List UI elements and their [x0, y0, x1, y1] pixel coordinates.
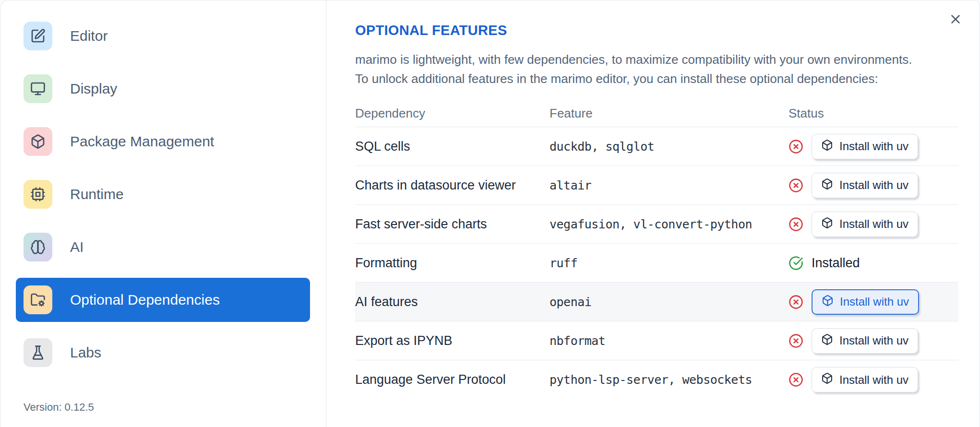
- install-with-uv-button[interactable]: Install with uv: [812, 367, 918, 392]
- dependency-cell: AI features: [355, 295, 550, 309]
- dependency-cell: Fast server-side charts: [355, 217, 550, 232]
- square-pen-icon: [24, 22, 52, 50]
- sidebar-item-label: Labs: [70, 344, 101, 361]
- panel-description: marimo is lightweight, with few dependen…: [355, 50, 980, 88]
- install-button-label: Install with uv: [839, 373, 908, 387]
- status-cell: Install with uv: [789, 289, 958, 315]
- box-icon: [821, 139, 833, 154]
- dependency-cell: Language Server Protocol: [355, 372, 550, 387]
- settings-dialog: EditorDisplayPackage ManagementRuntimeAI…: [0, 0, 980, 427]
- sidebar-item-label: Display: [70, 81, 117, 97]
- monitor-icon: [24, 74, 52, 103]
- not-installed-icon: [789, 178, 803, 193]
- status-cell: Install with uv: [789, 212, 958, 237]
- sidebar-item-package-management[interactable]: Package Management: [16, 119, 310, 164]
- box-icon: [821, 217, 833, 232]
- sidebar-item-runtime[interactable]: Runtime: [16, 172, 310, 216]
- table-row: SQL cellsduckdb, sqlglotInstall with uv: [355, 127, 958, 166]
- status-cell: Install with uv: [789, 173, 958, 198]
- sidebar-item-labs[interactable]: Labs: [16, 331, 310, 375]
- not-installed-icon: [789, 139, 803, 154]
- dependencies-table: Dependency Feature Status SQL cellsduckd…: [355, 100, 958, 399]
- install-with-uv-button[interactable]: Install with uv: [812, 134, 918, 159]
- close-button[interactable]: [948, 12, 963, 27]
- sidebar-item-ai[interactable]: AI: [16, 225, 310, 269]
- table-row: Export as IPYNBnbformatInstall with uv: [355, 321, 958, 360]
- folder-cog-icon: [24, 285, 52, 314]
- table-row: Language Server Protocolpython-lsp-serve…: [355, 360, 958, 399]
- version-label: Version: 0.12.5: [24, 401, 94, 414]
- description-line: To unlock additional features in the mar…: [355, 69, 980, 88]
- dependency-cell: Formatting: [355, 256, 550, 271]
- sidebar-item-label: AI: [70, 239, 84, 255]
- page-title: OPTIONAL FEATURES: [355, 23, 980, 38]
- sidebar-nav: EditorDisplayPackage ManagementRuntimeAI…: [0, 0, 326, 375]
- feature-cell: openai: [550, 295, 789, 309]
- sidebar-item-label: Package Management: [70, 133, 214, 150]
- feature-cell: python-lsp-server, websockets: [550, 373, 789, 387]
- install-button-label: Install with uv: [839, 140, 908, 153]
- box-icon: [821, 333, 833, 348]
- feature-cell: vegafusion, vl-convert-python: [550, 217, 789, 231]
- sidebar-item-label: Editor: [70, 28, 108, 44]
- cpu-icon: [24, 180, 52, 209]
- table-header-row: Dependency Feature Status: [355, 100, 958, 127]
- description-line: marimo is lightweight, with few dependen…: [355, 50, 980, 69]
- dependency-cell: Export as IPYNB: [355, 333, 550, 348]
- install-with-uv-button[interactable]: Install with uv: [812, 328, 918, 354]
- not-installed-icon: [789, 333, 803, 348]
- install-button-label: Install with uv: [839, 334, 908, 347]
- sidebar-item-optional-dependencies[interactable]: Optional Dependencies: [16, 278, 310, 322]
- not-installed-icon: [789, 295, 803, 309]
- brain-icon: [24, 233, 52, 261]
- install-button-label: Install with uv: [839, 217, 908, 231]
- install-with-uv-button[interactable]: Install with uv: [812, 173, 918, 198]
- status-cell: Install with uv: [789, 367, 958, 392]
- not-installed-icon: [789, 217, 803, 232]
- status-cell: Installed: [789, 256, 958, 271]
- install-button-label: Install with uv: [839, 178, 908, 192]
- flask-icon: [24, 338, 52, 367]
- table-row: FormattingruffInstalled: [355, 244, 958, 283]
- dependency-cell: Charts in datasource viewer: [355, 178, 550, 193]
- optional-features-panel: OPTIONAL FEATURES marimo is lightweight,…: [326, 0, 980, 427]
- status-cell: Install with uv: [789, 134, 958, 159]
- settings-sidebar: EditorDisplayPackage ManagementRuntimeAI…: [0, 0, 326, 427]
- package-icon: [24, 127, 52, 156]
- status-cell: Install with uv: [789, 328, 958, 354]
- feature-cell: duckdb, sqlglot: [550, 140, 789, 154]
- installed-icon: [789, 256, 803, 271]
- sidebar-item-label: Optional Dependencies: [70, 292, 220, 308]
- feature-cell: nbformat: [550, 334, 789, 348]
- table-row: Fast server-side chartsvegafusion, vl-co…: [355, 205, 958, 244]
- box-icon: [822, 295, 834, 309]
- column-header-feature: Feature: [550, 106, 789, 121]
- column-header-dependency: Dependency: [355, 106, 550, 121]
- feature-cell: altair: [550, 178, 789, 192]
- install-button-label: Install with uv: [840, 295, 909, 308]
- table-row: Charts in datasource vieweraltairInstall…: [355, 166, 958, 205]
- not-installed-icon: [789, 372, 803, 387]
- box-icon: [821, 178, 833, 193]
- sidebar-item-label: Runtime: [70, 186, 124, 202]
- feature-cell: ruff: [550, 256, 789, 270]
- table-body: SQL cellsduckdb, sqlglotInstall with uvC…: [355, 127, 958, 399]
- install-with-uv-button[interactable]: Install with uv: [812, 212, 918, 237]
- installed-status: Installed: [812, 256, 860, 271]
- dependency-cell: SQL cells: [355, 139, 550, 154]
- table-row: AI featuresopenaiInstall with uv: [355, 283, 958, 321]
- sidebar-item-editor[interactable]: Editor: [16, 14, 310, 58]
- install-with-uv-button[interactable]: Install with uv: [812, 289, 919, 315]
- box-icon: [821, 372, 833, 387]
- column-header-status: Status: [789, 106, 958, 121]
- sidebar-item-display[interactable]: Display: [16, 67, 310, 111]
- close-icon: [948, 21, 963, 28]
